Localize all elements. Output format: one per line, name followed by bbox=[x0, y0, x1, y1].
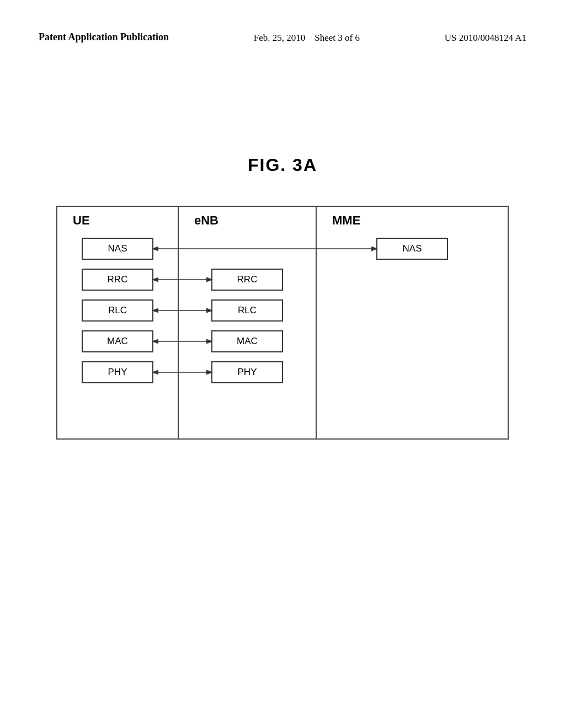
publication-label: Patent Application Publication bbox=[39, 31, 169, 42]
page-header: Patent Application Publication Feb. 25, … bbox=[0, 0, 565, 45]
ue-nas-box: NAS bbox=[82, 238, 153, 260]
mme-boxes: NAS bbox=[317, 233, 508, 427]
column-ue: UE NAS RRC RLC MAC PHY bbox=[57, 207, 179, 438]
ue-rlc-box: RLC bbox=[82, 299, 153, 322]
date-sheet: Feb. 25, 2010 Sheet 3 of 6 bbox=[254, 33, 360, 43]
enb-boxes: RRC RLC MAC PHY bbox=[179, 233, 316, 427]
ue-rrc-box: RRC bbox=[82, 269, 153, 291]
header-left: Patent Application Publication bbox=[39, 30, 169, 44]
ue-label: UE bbox=[65, 213, 185, 228]
enb-phy-box: PHY bbox=[211, 361, 283, 383]
diagram-outer: UE NAS RRC RLC MAC PHY eNB RRC RLC MAC P… bbox=[56, 206, 509, 440]
mme-nas-box: NAS bbox=[376, 238, 448, 260]
header-center: Feb. 25, 2010 Sheet 3 of 6 bbox=[254, 30, 360, 45]
patent-number: US 2010/0048124 A1 bbox=[445, 33, 526, 43]
enb-mac-box: MAC bbox=[211, 330, 283, 352]
figure-title: FIG. 3A bbox=[0, 155, 565, 175]
ue-phy-box: PHY bbox=[82, 361, 153, 383]
diagram-wrapper: UE NAS RRC RLC MAC PHY eNB RRC RLC MAC P… bbox=[56, 206, 509, 440]
column-enb: eNB RRC RLC MAC PHY bbox=[179, 207, 317, 438]
header-right: US 2010/0048124 A1 bbox=[445, 30, 526, 45]
enb-label: eNB bbox=[186, 213, 323, 228]
enb-rlc-box: RLC bbox=[211, 299, 283, 322]
ue-boxes: NAS RRC RLC MAC PHY bbox=[57, 233, 178, 427]
enb-rrc-box: RRC bbox=[211, 269, 283, 291]
mme-label: MME bbox=[324, 213, 515, 228]
ue-mac-box: MAC bbox=[82, 330, 153, 352]
column-mme: MME NAS bbox=[317, 207, 508, 438]
